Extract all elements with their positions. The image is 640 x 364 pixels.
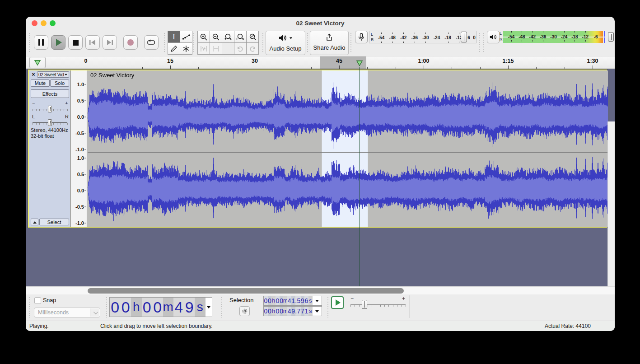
track-info-line2: 32-bit float bbox=[31, 133, 54, 139]
time-digit[interactable]: 9 bbox=[291, 307, 295, 316]
selection-settings-button[interactable] bbox=[239, 306, 250, 316]
playback-meter-grip1[interactable] bbox=[479, 33, 480, 53]
undo-button[interactable] bbox=[234, 43, 246, 54]
time-field-dropdown-icon[interactable] bbox=[315, 300, 319, 302]
time-digit[interactable]: 4 bbox=[173, 298, 184, 317]
vertical-ruler-label: 0.0 bbox=[77, 114, 84, 120]
snap-mode-combo[interactable]: Milliseconds bbox=[34, 308, 100, 317]
envelope-tool-button[interactable] bbox=[180, 31, 192, 42]
record-meter-grip[interactable] bbox=[350, 33, 351, 53]
playback-volume-slider[interactable] bbox=[608, 32, 614, 42]
record-level-slider[interactable] bbox=[461, 32, 467, 42]
speed-toolbar-grip[interactable] bbox=[327, 297, 328, 318]
share-audio-button[interactable]: Share Audio bbox=[310, 31, 349, 55]
draw-tool-button[interactable] bbox=[168, 43, 180, 54]
silence-audio-button[interactable] bbox=[210, 43, 222, 54]
tools-toolbar-grip[interactable] bbox=[164, 33, 165, 53]
record-meter-mic-button[interactable] bbox=[355, 31, 368, 43]
horizontal-scrollbar-thumb[interactable] bbox=[88, 288, 404, 294]
track-close-button[interactable]: × bbox=[30, 71, 37, 78]
zoom-in-button[interactable] bbox=[198, 31, 210, 42]
effects-button[interactable]: Effects bbox=[31, 89, 69, 98]
timeline-ruler[interactable]: 01530451:001:151:30 bbox=[26, 56, 615, 69]
audio-setup-grip[interactable] bbox=[262, 33, 263, 53]
playhead-marker[interactable] bbox=[356, 60, 363, 66]
zoom-toggle-button[interactable] bbox=[247, 31, 258, 42]
edit-toolbar-grip[interactable] bbox=[193, 33, 194, 53]
collapse-track-button[interactable] bbox=[31, 219, 38, 225]
snap-mode-value: Milliseconds bbox=[38, 309, 69, 316]
time-digit[interactable]: 4 bbox=[287, 296, 291, 305]
mute-button[interactable]: Mute bbox=[31, 79, 50, 87]
speed-slider-thumb[interactable] bbox=[362, 300, 367, 309]
play-button[interactable] bbox=[51, 35, 65, 50]
playback-meter[interactable]: L R -54-48-42-36-30-24-18-12-6 bbox=[500, 31, 615, 43]
time-digit[interactable]: 0 bbox=[152, 298, 163, 317]
time-digit[interactable]: 0 bbox=[276, 307, 280, 316]
track-select-button[interactable]: Select bbox=[39, 219, 69, 225]
vertical-ruler[interactable]: 1.00.50.0-0.5-1.01.00.50.0-0.5-1.0 bbox=[71, 70, 87, 227]
pin-playhead-button[interactable] bbox=[29, 57, 46, 68]
time-unit: s bbox=[195, 298, 206, 317]
redo-button[interactable] bbox=[247, 43, 258, 54]
skip-to-start-button[interactable] bbox=[85, 35, 100, 50]
time-digit[interactable]: 0 bbox=[276, 296, 280, 305]
time-digit[interactable]: 9 bbox=[301, 296, 305, 305]
record-button[interactable] bbox=[123, 35, 138, 50]
track-title-menu[interactable]: 02 Sweet Vict bbox=[37, 71, 69, 78]
pause-button[interactable] bbox=[34, 35, 48, 50]
playback-meter-grip2[interactable] bbox=[483, 33, 484, 53]
transport-toolbar-grip[interactable] bbox=[29, 33, 30, 53]
time-digit[interactable]: 5 bbox=[297, 296, 301, 305]
meter-scale-label: -24 bbox=[434, 35, 440, 40]
solo-button[interactable]: Solo bbox=[50, 79, 69, 87]
speed-plus-label: + bbox=[402, 295, 405, 302]
time-field-dropdown-icon[interactable] bbox=[315, 310, 319, 313]
share-icon bbox=[325, 33, 334, 42]
time-digit[interactable]: 7 bbox=[297, 307, 301, 316]
combo-chevron-zone[interactable] bbox=[90, 308, 99, 317]
meter-scale-label: -12 bbox=[582, 34, 589, 39]
audio-setup-button[interactable]: Audio Setup bbox=[266, 31, 305, 55]
time-toolbar-grip[interactable] bbox=[106, 297, 107, 318]
horizontal-scrollbar[interactable] bbox=[26, 286, 615, 294]
loop-button[interactable] bbox=[144, 35, 159, 50]
multi-tool-icon bbox=[182, 45, 190, 52]
time-digit[interactable]: 0 bbox=[268, 296, 272, 305]
time-digit[interactable]: 6 bbox=[304, 296, 308, 305]
waveform-display[interactable]: 02 Sweet Victory bbox=[88, 70, 606, 227]
time-digit[interactable]: 0 bbox=[264, 296, 268, 305]
playback-meter-speaker-button[interactable] bbox=[487, 31, 500, 43]
playback-peak-hold-right bbox=[604, 37, 605, 43]
skip-to-end-button[interactable] bbox=[103, 35, 117, 50]
share-audio-grip[interactable] bbox=[307, 33, 308, 53]
stop-button[interactable] bbox=[68, 35, 83, 50]
selection-start-field[interactable]: 00h00m41.596s bbox=[263, 296, 322, 306]
fit-project-button[interactable] bbox=[234, 31, 246, 42]
time-digit[interactable]: 0 bbox=[268, 307, 272, 316]
time-digit[interactable]: 0 bbox=[142, 298, 153, 317]
snap-checkbox[interactable] bbox=[34, 297, 41, 304]
time-digit[interactable]: 0 bbox=[121, 298, 131, 317]
time-digit[interactable]: 4 bbox=[287, 307, 291, 316]
time-digit[interactable]: 1 bbox=[304, 307, 308, 316]
time-digit[interactable]: 0 bbox=[110, 298, 121, 317]
time-digit[interactable]: 1 bbox=[291, 296, 295, 305]
time-digit[interactable]: 9 bbox=[184, 298, 195, 317]
zoom-out-button[interactable] bbox=[210, 31, 222, 42]
zoom-selection-button[interactable] bbox=[222, 31, 234, 42]
multi-tool-button[interactable] bbox=[180, 43, 192, 54]
track-canvas-area[interactable]: × 02 Sweet Vict Mute Solo Effects − + L … bbox=[26, 69, 615, 286]
snap-toolbar-grip[interactable] bbox=[29, 297, 30, 318]
audio-position-display[interactable]: 00h00m49s bbox=[109, 297, 212, 317]
selection-end-field[interactable]: 00h00m49.771s bbox=[263, 306, 322, 316]
selection-tool-button[interactable]: I bbox=[168, 31, 180, 42]
trim-audio-button[interactable] bbox=[198, 43, 210, 54]
selection-toolbar-grip[interactable] bbox=[221, 297, 222, 318]
time-digit[interactable]: 7 bbox=[301, 307, 305, 316]
redo-icon bbox=[249, 46, 256, 52]
time-digit[interactable]: 0 bbox=[264, 307, 268, 316]
record-meter[interactable]: L R -54-48-42-36-30-24-18-1260 bbox=[369, 31, 476, 43]
time-field-dropdown-icon[interactable] bbox=[207, 306, 210, 308]
play-at-speed-button[interactable] bbox=[331, 296, 344, 309]
